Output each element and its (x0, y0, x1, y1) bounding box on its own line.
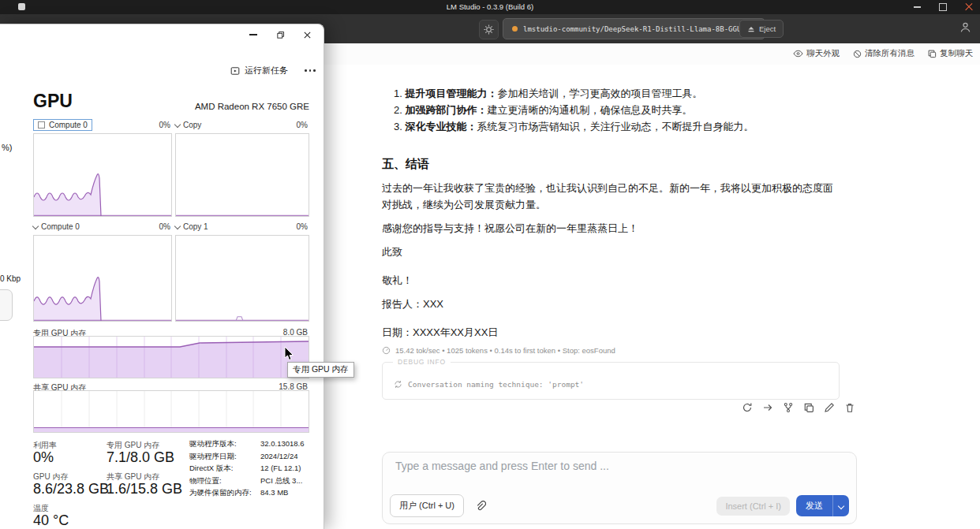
more-options-button[interactable] (305, 69, 316, 72)
copy-chat-button[interactable]: 复制聊天 (928, 48, 973, 59)
send-button[interactable]: 发送 (796, 495, 849, 516)
graph4-type-label: Copy 1 (183, 222, 208, 231)
graph2-type-select[interactable]: Copy (175, 121, 201, 129)
graph4-type-select[interactable]: Copy 1 (175, 222, 208, 231)
list-item-bold: 提升项目管理能力： (405, 88, 497, 99)
close-button[interactable] (964, 2, 974, 12)
close-icon (965, 3, 973, 11)
settings-button[interactable] (479, 20, 499, 39)
refresh-icon (394, 380, 402, 389)
insert-label: Insert (Ctrl + I) (725, 501, 781, 511)
message-input[interactable] (394, 459, 839, 473)
gpu-device-name: AMD Radeon RX 7650 GRE (195, 102, 309, 111)
directx-version-value: 12 (FL 12.1) (260, 464, 301, 472)
branch-icon (783, 402, 794, 413)
compute0-graph (33, 133, 172, 217)
message-actions (740, 400, 857, 415)
list-item: 3. 深化专业技能：系统复习市场营销知识，关注行业动态，不断提升自身能力。 (394, 118, 754, 135)
attach-file-button[interactable] (470, 496, 491, 516)
driver-version-label: 驱动程序版本: (189, 439, 237, 449)
shared-memory-graph (33, 390, 309, 433)
physical-location-label: 物理位置: (189, 476, 222, 486)
section-heading: 五、结语 (382, 157, 429, 172)
sidebar-fragment-ethernet: 0 Kbp (0, 274, 21, 283)
debug-info-text: Conversation naming technique: 'prompt' (408, 380, 584, 389)
list-item: 2. 加强跨部门协作：建立更清晰的沟通机制，确保信息及时共享。 (394, 102, 692, 118)
driver-version-value: 32.0.13018.6 (260, 439, 304, 448)
regenerate-icon (742, 402, 753, 413)
physical-location-value: PCI 总线 3... (260, 476, 302, 486)
minimize-icon (914, 6, 921, 7)
arrow-right-icon (762, 402, 773, 413)
graph2-type-label: Copy (183, 121, 201, 129)
model-selector[interactable]: lmstudio-community/DeepSeek-R1-Distill-L… (503, 18, 765, 39)
model-name: lmstudio-community/DeepSeek-R1-Distill-L… (523, 25, 746, 33)
copy-icon (928, 50, 937, 58)
user-profile-button[interactable] (959, 20, 972, 34)
regenerate-button[interactable] (740, 400, 754, 415)
taskmanager-window-controls (248, 29, 312, 40)
lmstudio-titlebar[interactable]: LM Studio - 0.3.9 (Build 6) (0, 0, 980, 14)
copy-icon (804, 403, 814, 413)
graph3-type-label: Compute 0 (41, 222, 80, 231)
edit-message-button[interactable] (822, 400, 836, 415)
run-new-task-label: 运行新任务 (245, 65, 288, 76)
run-new-task-button[interactable]: 运行新任务 (230, 65, 288, 76)
list-item-text: 参加相关培训，学习更高效的项目管理工具。 (497, 88, 702, 99)
clear-messages-button[interactable]: 清除所有消息 (853, 48, 915, 59)
send-options-button[interactable] (832, 495, 849, 516)
chat-appearance-button[interactable]: 聊天外观 (793, 48, 840, 59)
minimize-icon (249, 34, 257, 35)
debug-info-box: DEBUG INFO Conversation naming technique… (382, 362, 840, 400)
mouse-cursor (284, 347, 297, 361)
sidebar-selected-item-fragment[interactable] (0, 289, 13, 321)
paragraph: 日期：XXXX年XX月XX日 (382, 324, 498, 341)
eject-icon (747, 25, 755, 33)
edit-icon (824, 402, 835, 413)
lmstudio-window-title: LM Studio - 0.3.9 (Build 6) (0, 2, 980, 11)
driver-date-label: 驱动程序日期: (189, 452, 237, 462)
eject-button[interactable]: Eject (739, 20, 784, 38)
checkbox-icon (38, 121, 45, 129)
graph4-value: 0% (284, 222, 308, 231)
directx-version-label: DirectX 版本: (189, 464, 233, 474)
insert-button[interactable]: Insert (Ctrl + I) (716, 497, 790, 516)
paragraph: 报告人：XXX (382, 296, 443, 312)
message-input-area: 用户 (Ctrl + U) Insert (Ctrl + I) 发送 (382, 452, 857, 524)
close-icon (303, 31, 312, 39)
clear-messages-label: 清除所有消息 (865, 48, 915, 59)
list-number: 1. (394, 88, 402, 99)
send-label: 发送 (796, 495, 832, 516)
chevron-down-icon (32, 222, 39, 229)
paragraph: 过去的一年让我收获了宝贵的经验，也让我认识到自己的不足。新的一年，我将以更加积极… (382, 180, 838, 213)
copy1-graph (175, 235, 309, 322)
graph2-value: 0% (284, 121, 308, 129)
chat-appearance-label: 聊天外观 (806, 48, 840, 59)
generation-stats-text: 15.42 tok/sec • 1025 tokens • 0.14s to f… (395, 346, 615, 355)
list-number: 2. (394, 104, 402, 116)
list-item-bold: 深化专业技能： (405, 121, 477, 132)
maximize-button[interactable] (938, 2, 948, 12)
user-role-button[interactable]: 用户 (Ctrl + U) (390, 494, 464, 517)
minimize-button[interactable] (912, 2, 922, 12)
branch-button[interactable] (781, 400, 795, 415)
temperature-value: 40 °C (33, 512, 69, 529)
graph1-type-label: Compute 0 (49, 121, 88, 129)
list-item: 1. 提升项目管理能力：参加相关培训，学习更高效的项目管理工具。 (394, 85, 702, 102)
copy-graph (175, 133, 309, 217)
close-button[interactable] (301, 29, 312, 40)
taskmanager-window: %) 0 Kbp 运行新任务 GPU AMD Radeon RX 7650 GR… (0, 24, 324, 529)
graph3-type-select[interactable]: Compute 0 (33, 222, 80, 231)
minimize-button[interactable] (248, 29, 259, 40)
chevron-down-icon (174, 121, 181, 127)
continue-button[interactable] (761, 400, 775, 415)
eye-icon (793, 50, 803, 58)
copy-message-button[interactable] (802, 400, 816, 415)
restore-button[interactable] (275, 29, 286, 40)
delete-message-button[interactable] (843, 400, 857, 415)
graph3-value: 0% (147, 222, 170, 231)
maximize-icon (939, 3, 947, 11)
paperclip-icon (475, 501, 486, 512)
driver-date-value: 2024/12/24 (260, 452, 298, 460)
graph1-type-select[interactable]: Compute 0 (33, 119, 92, 131)
